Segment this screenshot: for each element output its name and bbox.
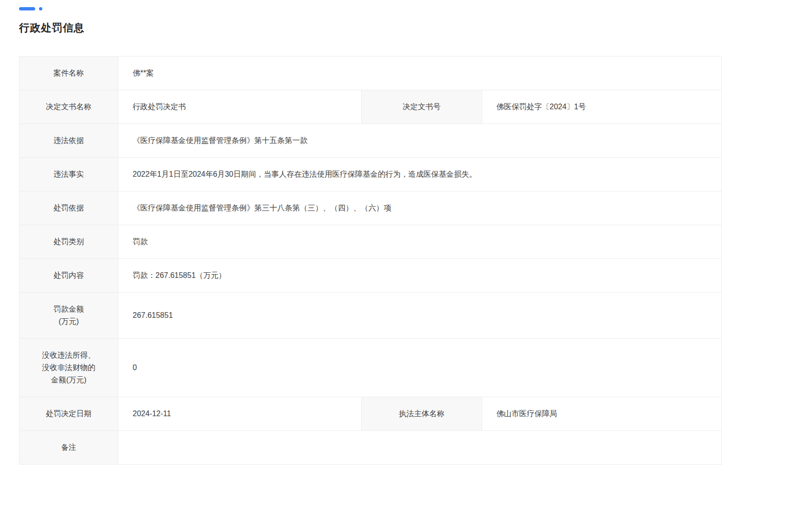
row-label: 处罚内容 [19,259,118,292]
table-row: 案件名称 佛**案 [19,57,721,90]
row-label: 决定文书名称 [19,90,118,124]
row-label: 处罚决定日期 [19,397,118,430]
row-value: 佛**案 [118,57,721,90]
row-value-2: 佛山市医疗保障局 [482,397,721,430]
table-row: 罚款金额 (万元) 267.615851 [19,293,721,339]
table-row: 违法事实 2022年1月1日至2024年6月30日期间，当事人存在违法使用医疗保… [19,158,721,191]
row-label: 处罚类别 [19,225,118,258]
row-label: 案件名称 [19,57,118,90]
row-label: 没收违法所得、 没收非法财物的 金额(万元) [19,339,118,397]
accent-dash-icon [19,7,35,10]
row-value: 罚款 [118,225,721,258]
table-row: 备注 [19,431,721,465]
row-value: 2022年1月1日至2024年6月30日期间，当事人存在违法使用医疗保障基金的行… [118,158,721,191]
table-row: 决定文书名称 行政处罚决定书 决定文书号 佛医保罚处字〔2024〕1号 [19,90,721,124]
row-value: 《医疗保障基金使用监督管理条例》第十五条第一款 [118,124,721,157]
row-label-2: 执法主体名称 [362,397,482,430]
accent-dot-icon [39,7,42,10]
table-row: 处罚内容 罚款：267.615851（万元） [19,259,721,293]
table-row: 违法依据 《医疗保障基金使用监督管理条例》第十五条第一款 [19,124,721,158]
row-value-2: 佛医保罚处字〔2024〕1号 [482,90,721,124]
row-value: 《医疗保障基金使用监督管理条例》第三十八条第（三）、（四）、（六）项 [118,191,721,225]
table-row: 处罚依据 《医疗保障基金使用监督管理条例》第三十八条第（三）、（四）、（六）项 [19,191,721,225]
page-header: 行政处罚信息 [0,0,812,35]
row-label: 违法依据 [19,124,118,157]
row-value: 罚款：267.615851（万元） [118,259,721,292]
row-value [118,431,721,464]
row-label: 处罚依据 [19,191,118,225]
row-label-2: 决定文书号 [362,90,482,124]
page-title: 行政处罚信息 [19,21,812,35]
penalty-table: 案件名称 佛**案 决定文书名称 行政处罚决定书 决定文书号 佛医保罚处字〔20… [19,56,722,465]
row-label: 备注 [19,431,118,464]
row-label: 罚款金额 (万元) [19,293,118,338]
title-decoration [19,7,812,10]
row-value: 2024-12-11 [118,397,362,430]
table-row: 没收违法所得、 没收非法财物的 金额(万元) 0 [19,339,721,397]
table-row: 处罚类别 罚款 [19,225,721,259]
row-label: 违法事实 [19,158,118,191]
row-value: 0 [118,339,721,397]
row-value: 267.615851 [118,293,721,338]
table-row: 处罚决定日期 2024-12-11 执法主体名称 佛山市医疗保障局 [19,397,721,431]
row-value: 行政处罚决定书 [118,90,362,124]
